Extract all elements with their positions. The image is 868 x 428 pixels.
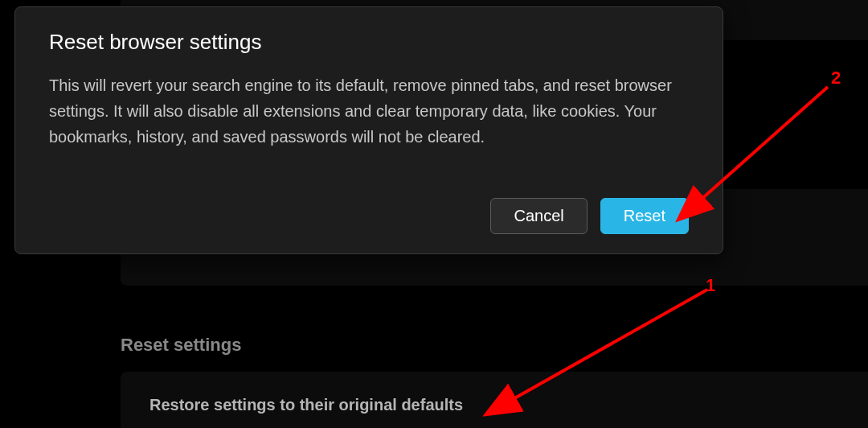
cancel-button[interactable]: Cancel	[490, 198, 587, 234]
section-heading-reset-settings: Reset settings	[121, 335, 241, 356]
reset-browser-settings-dialog: Reset browser settings This will revert …	[14, 6, 723, 254]
reset-button[interactable]: Reset	[600, 198, 689, 234]
restore-defaults-row[interactable]: Restore settings to their original defau…	[121, 372, 868, 428]
dialog-button-row: Cancel Reset	[490, 198, 689, 234]
dialog-body: This will revert your search engine to i…	[49, 72, 689, 150]
restore-defaults-label: Restore settings to their original defau…	[149, 396, 463, 414]
dialog-title: Reset browser settings	[49, 30, 689, 55]
